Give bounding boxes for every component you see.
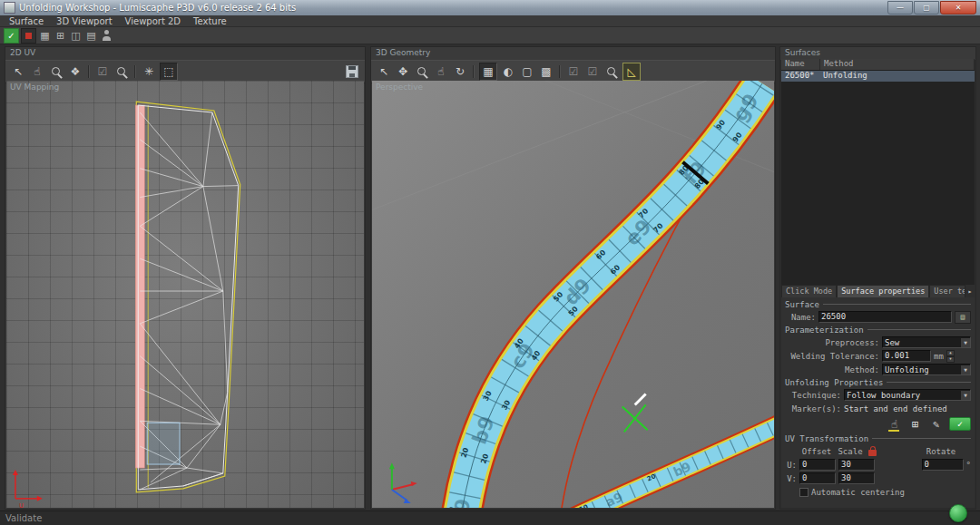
offset-header: Offset (799, 447, 834, 456)
spin-down-icon[interactable]: ▼ (946, 356, 955, 363)
pan-hand-tool-icon[interactable]: ☝ (433, 63, 449, 80)
select-tool-icon[interactable]: ↖ (10, 63, 26, 80)
menu-surface[interactable]: Surface (3, 15, 50, 26)
preprocess-dropdown[interactable]: Sew ▼ (882, 336, 971, 348)
panel-2d-uv: 2D UV ↖ ☝ ❖ ☑ ✳ ⬚ UV Mapping (5, 46, 366, 510)
welding-tolerance-field[interactable] (882, 350, 931, 362)
column-header-method[interactable]: Method (820, 59, 975, 70)
translate-tool-icon[interactable]: ✥ (395, 63, 411, 80)
red-square-icon (25, 33, 32, 39)
magnifier-icon (606, 66, 618, 78)
uv-pink-strip (135, 105, 144, 468)
auto-centering-row: Automatic centering (781, 485, 975, 499)
welding-spinner[interactable]: ▲▼ (946, 350, 955, 363)
menu-texture[interactable]: Texture (187, 15, 233, 26)
close-button[interactable]: ✕ (940, 1, 976, 15)
v-label: V: (785, 474, 797, 483)
panel-right: Surfaces Name Method 26500* Unfolding Cl… (779, 46, 976, 510)
name-label: Name: (785, 313, 816, 322)
wireframe-cube-icon[interactable]: ▩ (538, 63, 554, 80)
zoom-settings-icon[interactable] (113, 63, 130, 80)
notification-icon[interactable] (949, 504, 967, 522)
preprocess-row: Preprocess: Sew ▼ (781, 335, 975, 349)
menu-viewport-2d[interactable]: Viewport 2D (119, 15, 187, 26)
textured-shading-icon[interactable]: ▦ (479, 63, 497, 81)
auto-centering-label: Automatic centering (811, 488, 905, 497)
spin-up-icon[interactable]: ▲ (946, 350, 955, 356)
split-columns-icon[interactable]: ◫ (69, 29, 83, 43)
maximize-button[interactable]: ▢ (914, 1, 939, 15)
zoom-region-icon[interactable] (603, 63, 620, 80)
smooth-shading-icon[interactable]: ◐ (500, 63, 516, 80)
pan-hand-tool-icon[interactable]: ☝ (29, 63, 45, 80)
show-texture-toggle-icon[interactable]: ☑ (94, 63, 111, 80)
unfold-marker-tool-icon[interactable]: ◺ (622, 63, 641, 81)
add-grid-icon[interactable]: ⊞ (54, 29, 67, 43)
panel-2d-uv-title: 2D UV (5, 47, 365, 60)
panel-3d-geometry: 3D Geometry ↖ ✥ ☝ ↻ ▦ ◐ ▢ ▩ ☑ ☑ ◺ Perspe… (370, 46, 776, 510)
select-surface-toggle-icon[interactable]: ☑ (565, 63, 582, 80)
method-row: Method: Unfolding ▼ (781, 363, 975, 376)
marker-points-icon[interactable]: ⊞ (907, 417, 923, 432)
table-row[interactable]: 26500* Unfolding (781, 71, 975, 82)
v-scale-field[interactable] (838, 472, 875, 484)
zoom-tool-icon[interactable] (414, 63, 430, 80)
chevron-down-icon: ▼ (961, 365, 970, 374)
stop-record-icon[interactable] (21, 28, 36, 44)
scale-header: Scale (837, 447, 864, 456)
u-offset-field[interactable] (799, 459, 836, 471)
validate-action[interactable]: Validate (5, 513, 42, 523)
tab-scroll-right-icon[interactable]: ▸ (965, 285, 975, 297)
technique-label: Technique: (785, 391, 841, 400)
name-field[interactable] (818, 311, 952, 323)
marquee-select-icon[interactable]: ⬚ (160, 63, 178, 81)
surface-method-cell: Unfolding (819, 71, 975, 82)
tab-click-mode[interactable]: Click Mode (781, 285, 837, 297)
technique-dropdown[interactable]: Follow boundary ▼ (844, 389, 971, 401)
uv-viewport[interactable]: UV Mapping U (6, 81, 364, 508)
magnifier-icon (51, 66, 63, 78)
statusbar: Validate (0, 510, 980, 525)
markers-confirm-button[interactable]: ✓ (949, 417, 971, 431)
method-label: Method: (785, 365, 879, 374)
magnifier-icon (416, 66, 428, 78)
auto-centering-checkbox[interactable] (799, 488, 808, 497)
marker-pen-icon[interactable]: ✎ (928, 417, 944, 432)
tab-user-text[interactable]: User text (929, 285, 965, 297)
column-header-name[interactable]: Name (781, 59, 820, 70)
snap-snowflake-icon[interactable]: ✳ (141, 63, 157, 80)
scale-lock-icon[interactable] (868, 450, 877, 456)
select-tool-icon[interactable]: ↖ (376, 63, 392, 80)
flat-shading-icon[interactable]: ▢ (519, 63, 535, 80)
rotate-field[interactable] (922, 459, 964, 471)
validate-check-icon[interactable]: ✓ (4, 28, 19, 44)
perspective-viewport[interactable]: Perspective a9 b9 10 20 a9 b9 c9 d9 e9 (372, 81, 774, 508)
axis-triad (389, 462, 417, 503)
marker-pick-hand-icon[interactable]: ☝ (887, 417, 902, 432)
save-uv-button[interactable] (344, 63, 360, 80)
zoom-tool-icon[interactable] (48, 63, 64, 80)
markers-label: Marker(s): (785, 404, 841, 413)
texture-picker-button[interactable]: ▤ (955, 311, 971, 324)
minimize-button[interactable]: — (887, 1, 913, 15)
orbit-tool-icon[interactable]: ↻ (452, 63, 468, 80)
menu-3d-viewport[interactable]: 3D Viewport (50, 15, 118, 26)
split-rows-icon[interactable]: ▤ (84, 29, 98, 43)
window-title: Unfolding Workshop - Lumiscaphe P3D v6.0… (19, 3, 296, 13)
user-icon[interactable] (100, 29, 113, 43)
uv-wireframe-canvas: U (6, 81, 364, 508)
method-dropdown[interactable]: Unfolding ▼ (882, 364, 971, 375)
end-marker-gizmo[interactable] (622, 394, 648, 433)
v-offset-field[interactable] (799, 472, 836, 484)
app-icon (4, 2, 15, 14)
u-row: U: ° (781, 458, 975, 472)
menubar: Surface 3D Viewport Viewport 2D Texture (0, 15, 980, 27)
person-icon (102, 30, 112, 41)
u-scale-field[interactable] (838, 459, 875, 471)
geometry-canvas: a9 b9 10 20 a9 b9 c9 d9 e9 f9 g9 10 20 3… (372, 81, 774, 508)
tab-surface-properties[interactable]: Surface properties (837, 285, 929, 297)
link-view-icon[interactable]: ❖ (67, 63, 83, 80)
properties-tabbar: Click Mode Surface properties User text … (781, 285, 975, 298)
checker-toggle-icon[interactable]: ☑ (584, 63, 601, 80)
grid-view-icon[interactable]: ▦ (38, 29, 52, 43)
